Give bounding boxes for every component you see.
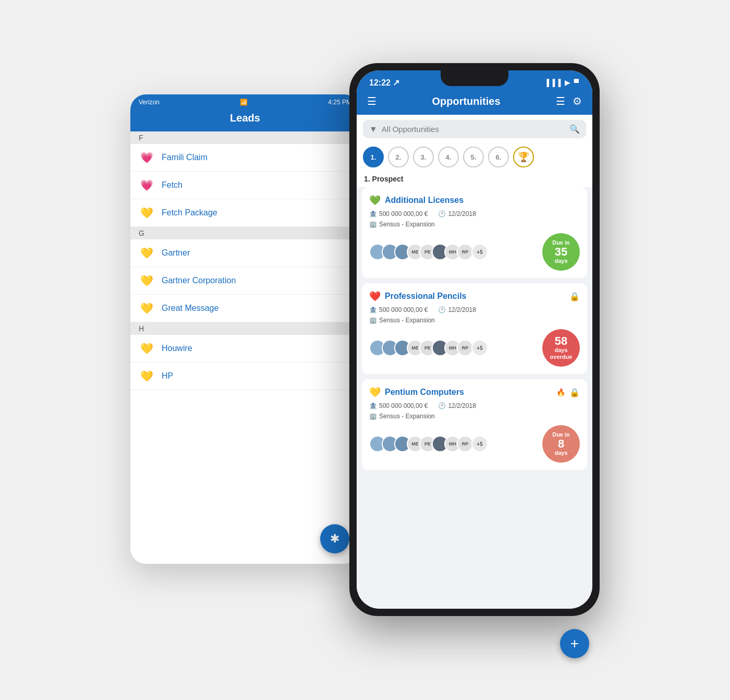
opp-title-row: 💚 Additional Licenses [369,195,580,206]
back-carrier: Verizon [139,99,160,106]
hamburger-icon[interactable]: ☰ [367,95,376,107]
search-placeholder: All Opportunities [382,125,565,134]
list-item[interactable]: 💛 Houwire [130,335,360,363]
opp-card-professional-pencils[interactable]: ❤️ Professional Pencils 🔒 🏦 500 000 000,… [362,283,587,374]
list-item[interactable]: 💛 Fetch Package [130,199,360,227]
list-item[interactable]: 💛 Gartner [130,239,360,267]
clock-icon: 🕐 [438,402,446,409]
stage-tab-3[interactable]: 3. [413,147,434,167]
section-label: 1. Prospect [357,173,592,187]
heart-icon: 💛 [139,207,154,219]
opp-avatars: ME PE MH RP +5 [369,340,488,356]
front-nav-icons: ☰ ⚙ [556,95,582,107]
search-bar[interactable]: ▼ All Opportunities 🔍 [363,120,586,138]
front-nav-bar: ☰ Opportunities ☰ ⚙ [357,91,592,115]
opp-card-pentium-computers[interactable]: 💛 Pentium Computers 🔥 🔒 🏦 500 000 000,00… [362,379,587,470]
front-nav-title: Opportunities [432,95,500,107]
list-item[interactable]: 💗 Fetch [130,172,360,199]
lock-icon: 🔒 [569,292,580,301]
stage-tab-1[interactable]: 1. [363,147,384,167]
heart-icon: 💛 [139,342,154,355]
front-phone-inner: 12:22 ↗ ▐▐▐ ▶ ▀ ☰ Opportunities ☰ ⚙ ▼ Al… [357,70,592,609]
lead-name: Gartner Corporation [162,276,236,285]
amount-icon: 🏦 [369,210,377,218]
avatar-plus: +5 [471,340,488,356]
lead-name: HP [162,371,173,381]
opp-avatars: ME PE MH RP +5 [369,244,488,260]
building-icon: 🏢 [369,317,377,324]
opp-avatars: ME PE MH RP +5 [369,436,488,452]
list-item[interactable]: 💗 Famili Claim [130,144,360,172]
opp-title: Additional Licenses [385,196,580,205]
search-icon[interactable]: 🔍 [569,124,580,134]
opp-title-row: 💛 Pentium Computers 🔥 🔒 [369,387,580,398]
lead-name: Great Message [162,304,218,313]
gear-icon[interactable]: ⚙ [573,95,582,107]
list-item[interactable]: 💛 Gartner Corporation [130,267,360,295]
heart-icon: 💗 [139,151,154,164]
heart-icon: 💛 [139,274,154,287]
opp-meta: 🏦 500 000 000,00 € 🕐 12/2/2018 [369,210,580,218]
opp-amount: 🏦 500 000 000,00 € [369,306,428,313]
due-badge-green: Due in 35 days [542,233,580,271]
opp-company: 🏢 Sensus - Expansion [369,317,580,324]
lead-name: Fetch [162,180,182,190]
list-icon[interactable]: ☰ [556,95,565,107]
stage-tab-trophy[interactable]: 🏆 [513,147,534,167]
opp-date: 🕐 12/2/2018 [438,210,476,218]
opp-card-additional-licenses[interactable]: 💚 Additional Licenses 🏦 500 000 000,00 €… [362,187,587,278]
heart-icon: 💛 [139,370,154,382]
lead-name: Houwire [162,344,192,353]
stage-tab-4[interactable]: 4. [438,147,459,167]
opp-bottom-row: ME PE MH RP +5 Due in 8 days [369,425,580,463]
building-icon: 🏢 [369,413,377,420]
section-h: H [130,322,360,335]
due-badge-red: 58 days overdue [542,329,580,367]
section-g: G [130,227,360,239]
amount-icon: 🏦 [369,306,377,313]
leads-fab[interactable]: ✱ [320,524,349,553]
heart-icon: 💛 [139,247,154,259]
opp-bottom-row: ME PE MH RP +5 Due in 35 days [369,233,580,271]
opp-amount: 🏦 500 000 000,00 € [369,210,428,218]
opp-meta: 🏦 500 000 000,00 € 🕐 12/2/2018 [369,306,580,313]
heart-icon: 💛 [139,302,154,315]
front-time: 12:22 ↗ [369,78,399,88]
list-item[interactable]: 💛 Great Message [130,295,360,322]
opp-date: 🕐 12/2/2018 [438,306,476,313]
lead-name: Famili Claim [162,153,208,162]
stage-tab-5[interactable]: 5. [463,147,484,167]
stage-tab-2[interactable]: 2. [388,147,409,167]
back-time: 4:25 PM [328,99,351,106]
phone-notch [441,70,508,86]
section-f: F [130,131,360,144]
stage-tab-6[interactable]: 6. [488,147,509,167]
avatar-plus: +5 [471,436,488,452]
opp-amount: 🏦 500 000 000,00 € [369,402,428,409]
clock-icon: 🕐 [438,306,446,313]
lead-name: Fetch Package [162,208,217,218]
back-wifi-icon: 📶 [240,99,248,106]
lead-name: Gartner [162,248,190,258]
clock-icon: 🕐 [438,210,446,218]
lock-icon: 🔒 [569,388,580,397]
stage-tabs: 1. 2. 3. 4. 5. 6. 🏆 [357,143,592,173]
heart-icon: 💗 [139,179,154,191]
opp-date: 🕐 12/2/2018 [438,402,476,409]
opp-company: 🏢 Sensus - Expansion [369,221,580,228]
scene: Verizon 📶 4:25 PM Leads F 💗 Famili Claim… [130,63,600,637]
opp-title: Professional Pencils [385,292,565,301]
heart-yellow-icon: 💛 [369,387,381,398]
amount-icon: 🏦 [369,402,377,409]
opp-title: Pentium Computers [385,388,552,397]
opp-cards: 💚 Additional Licenses 🏦 500 000 000,00 €… [357,187,592,609]
front-signal: ▐▐▐ ▶ ▀ [544,79,580,87]
due-badge-orange: Due in 8 days [542,425,580,463]
opp-bottom-row: ME PE MH RP +5 58 days overdue [369,329,580,367]
back-phone: Verizon 📶 4:25 PM Leads F 💗 Famili Claim… [130,94,360,564]
heart-red-icon: ❤️ [369,291,381,302]
avatar-plus: +5 [471,244,488,260]
list-item[interactable]: 💛 HP [130,363,360,390]
filter-icon: ▼ [369,125,378,134]
opp-company: 🏢 Sensus - Expansion [369,413,580,420]
